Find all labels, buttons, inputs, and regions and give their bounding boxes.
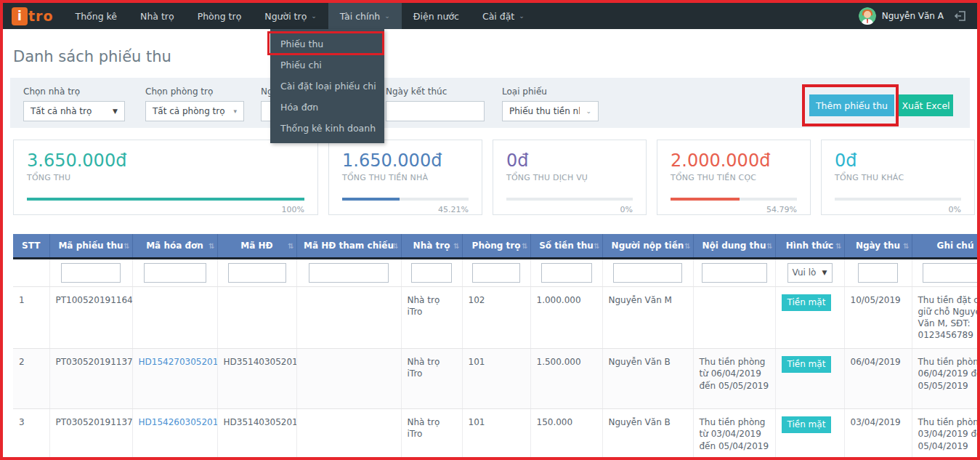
column-filter-input-ngay_thu[interactable]: [858, 263, 898, 283]
sort-icon[interactable]: ⇅: [835, 241, 841, 249]
column-filter-input-ma_hoa_don[interactable]: [144, 263, 206, 283]
invoice-link[interactable]: HD1542603052019: [139, 417, 218, 427]
filter-cell-ma_hd: [217, 258, 296, 286]
sort-icon[interactable]: ⇅: [522, 241, 527, 249]
nha-tro-select[interactable]: Tất cả nhà trọ ▼: [23, 101, 125, 121]
filter-ngay-ket-thuc-label: Ngày kết thúc: [386, 86, 485, 97]
chevron-down-icon: ⌄: [519, 12, 525, 20]
phong-tro-select-value: Tất cả phòng trọ: [153, 106, 225, 116]
sort-icon[interactable]: ⇅: [684, 241, 690, 249]
ngay-ket-thuc-input[interactable]: [386, 101, 485, 121]
chevron-down-icon: ⌄: [384, 12, 390, 20]
column-filter-input-ma_hd_tham_chieu[interactable]: [309, 263, 389, 283]
invoice-link[interactable]: HD1542703052019: [139, 357, 218, 367]
filter-cell-nguoi_nop_tien: [602, 258, 693, 286]
column-header-ma_hoa_don[interactable]: Mã hóa đơn⇅: [132, 234, 217, 258]
cell-hinh_thuc: Tiền mặt: [775, 409, 844, 457]
nav-item-6[interactable]: Cài đặt⌄: [471, 3, 536, 29]
column-header-ma_hd[interactable]: Mã HĐ⇅: [217, 234, 296, 258]
filter-cell-ngay_thu: [844, 258, 912, 286]
logout-icon[interactable]: [954, 9, 967, 23]
nav-item-5[interactable]: Điện nước: [402, 3, 471, 29]
app-frame: i tro Thống kêNhà trọPhòng trọNgười trọ⌄…: [0, 0, 980, 460]
sort-icon[interactable]: ⇅: [208, 241, 214, 249]
filter-cell-nha_tro: [401, 258, 462, 286]
column-filter-input-so_tien_thu[interactable]: [541, 263, 592, 283]
nav-item-1[interactable]: Nhà trọ: [129, 3, 186, 29]
column-header-ma_hd_tham_chieu[interactable]: Mã HĐ tham chiếu⇅: [296, 234, 401, 258]
column-filter-select-hinh_thuc[interactable]: Vui lò▼: [787, 263, 833, 283]
add-receipt-button[interactable]: Thêm phiếu thu: [809, 94, 894, 116]
sort-icon[interactable]: ⇅: [903, 241, 909, 249]
stat-label: TỔNG THU DỊCH VỤ: [506, 173, 633, 182]
filter-select-value: Vui lò: [793, 267, 817, 278]
loai-phieu-select[interactable]: Phiếu thu tiền nhà , P ⌄: [502, 101, 599, 121]
sort-icon[interactable]: ⇅: [594, 241, 599, 249]
stat-card-3: 2.000.000đTỔNG THU TIỀN CỌC54.79%: [657, 140, 811, 215]
filter-phong-tro: Chọn phòng trọ Tất cả phòng trọ ▾: [145, 86, 244, 121]
cell-nha_tro: Nhà trọ iTro: [401, 286, 462, 349]
cell-stt: 3: [13, 409, 49, 457]
stat-percent: 45.21%: [342, 205, 469, 214]
stat-card-2: 0đTỔNG THU DỊCH VỤ0%: [493, 140, 647, 215]
nav-item-3[interactable]: Người trọ⌄: [253, 3, 328, 29]
stat-value: 0đ: [506, 150, 633, 171]
cell-nha_tro: Nhà trọ iTro: [401, 409, 462, 457]
column-header-noi_dung_thu[interactable]: Nội dung thu⇅: [693, 234, 775, 258]
avatar[interactable]: [859, 7, 876, 25]
stat-percent: 54.79%: [671, 205, 797, 214]
sort-icon[interactable]: ⇅: [288, 241, 293, 249]
stat-cards: 3.650.000đTỔNG THU100%1.650.000đTỔNG THU…: [13, 140, 975, 215]
column-filter-input-ma_hd[interactable]: [228, 263, 286, 283]
column-filter-input-nguoi_nop_tien[interactable]: [613, 263, 682, 283]
stat-progress-fill: [27, 198, 304, 201]
dropdown-item-4[interactable]: Thống kê kinh doanh: [270, 118, 384, 139]
cell-phong_tro: 102: [462, 286, 530, 349]
app-logo[interactable]: i tro: [3, 3, 64, 29]
stat-progress-track: [835, 198, 961, 201]
payment-method-badge: Tiền mặt: [782, 294, 832, 311]
loai-phieu-select-value: Phiếu thu tiền nhà , P: [509, 106, 580, 116]
nav-item-2[interactable]: Phòng trọ: [186, 3, 254, 29]
cell-ghi_chu: Thu tiền đặt cọc giữ chỗ Nguyễn Văn M, S…: [912, 286, 977, 349]
dropdown-item-2[interactable]: Cài đặt loại phiếu chi: [270, 76, 384, 97]
dropdown-item-0[interactable]: Phiếu thu: [270, 33, 384, 55]
column-header-ngay_thu[interactable]: Ngày thu⇅: [844, 234, 912, 258]
cell-noi_dung_thu: [693, 286, 775, 349]
column-header-so_tien_thu[interactable]: Số tiền thu⇅: [530, 234, 602, 258]
cell-nguoi_nop_tien: Nguyễn Văn B: [602, 409, 693, 457]
sort-icon[interactable]: ⇅: [766, 241, 772, 249]
column-header-ghi_chu: Ghi chú: [912, 234, 977, 258]
cell-ma_hd: HD351403052019: [217, 409, 296, 457]
column-filter-input-phong_tro[interactable]: [472, 263, 520, 283]
cell-ngay_thu: 06/04/2019: [844, 349, 912, 409]
dropdown-item-1[interactable]: Phiếu chi: [270, 55, 384, 76]
tai-chinh-dropdown: Phiếu thuPhiếu chiCài đặt loại phiếu chi…: [270, 29, 384, 143]
cell-nha_tro: Nhà trọ iTro: [401, 349, 462, 409]
nav-menu: Thống kêNhà trọPhòng trọNgười trọ⌄Tài ch…: [64, 3, 536, 29]
table-row-1: 2PT0305201911372HD1542703052019HD3514030…: [13, 349, 977, 409]
column-filter-input-ghi_chu[interactable]: [923, 263, 977, 283]
phong-tro-select[interactable]: Tất cả phòng trọ ▾: [145, 101, 244, 121]
dropdown-item-3[interactable]: Hóa đơn: [270, 97, 384, 118]
sort-icon[interactable]: ⇅: [453, 241, 459, 249]
user-name[interactable]: Nguyễn Văn A: [882, 11, 944, 21]
sort-icon[interactable]: ⇅: [123, 241, 129, 249]
column-filter-input-ma_phieu_thu[interactable]: [61, 263, 121, 283]
filter-cell-phong_tro: [462, 258, 530, 286]
column-filter-input-nha_tro[interactable]: [411, 263, 452, 283]
sort-icon[interactable]: ⇅: [392, 241, 398, 249]
column-header-nha_tro[interactable]: Nhà trọ⇅: [401, 234, 462, 258]
export-excel-button[interactable]: Xuất Excel: [899, 94, 953, 116]
column-header-phong_tro[interactable]: Phòng trọ⇅: [462, 234, 530, 258]
filter-nha-tro-label: Chọn nhà trọ: [23, 86, 125, 97]
column-header-hinh_thuc[interactable]: Hình thức⇅: [775, 234, 844, 258]
table-row-0: 1PT1005201911646Nhà trọ iTro1021.000.000…: [13, 286, 977, 349]
stat-value: 1.650.000đ: [342, 150, 469, 171]
nav-item-0[interactable]: Thống kê: [64, 3, 129, 29]
column-header-ma_phieu_thu[interactable]: Mã phiếu thu⇅: [49, 234, 132, 258]
column-header-stt: STT: [13, 234, 49, 258]
column-filter-input-noi_dung_thu[interactable]: [702, 263, 767, 283]
column-header-nguoi_nop_tien[interactable]: Người nộp tiền⇅: [602, 234, 693, 258]
nav-item-4[interactable]: Tài chính⌄: [328, 3, 402, 29]
